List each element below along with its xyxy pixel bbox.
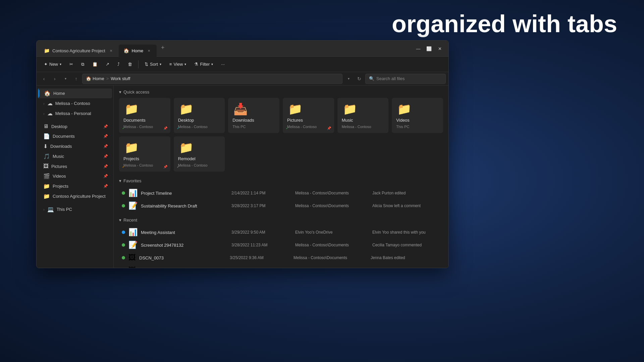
sidebar-item-music[interactable]: 🎵 Music 📌 [38, 152, 112, 161]
list-item-screenshot[interactable]: 📝 Screenshot 29478132 3/28/2022 11:23 AM… [119, 239, 443, 251]
folder-name-documents: Documents [123, 118, 146, 123]
quick-access-header[interactable]: ▾ Quick access [119, 89, 443, 95]
favorites-chevron: ▾ [119, 178, 121, 183]
main-panel: ▾ Quick access 📁 Documents Melissa - Con… [114, 85, 448, 268]
tab-contoso-close[interactable]: ✕ [108, 48, 114, 54]
list-item-dscn-0073[interactable]: 🖼 DSCN_0073 3/25/2022 9:36 AM Melissa - … [119, 251, 443, 264]
folder-card-videos[interactable]: 📁 Videos This PC [392, 98, 443, 133]
tab-contoso-label: Contoso Agriculture Project [52, 48, 105, 53]
sidebar-item-this-pc[interactable]: › 💻 This PC [38, 204, 112, 214]
new-button[interactable]: ✦ New ▾ [41, 60, 65, 68]
item-date-sustainability: 3/28/2022 3:17 PM [231, 203, 292, 208]
folder-sub-remodel: Melissa - Contoso [178, 163, 208, 167]
sidebar-desktop-label: Desktop [51, 124, 101, 129]
sort-button[interactable]: ⇅ Sort ▾ [141, 60, 165, 68]
more-button[interactable]: ··· [218, 60, 228, 68]
sidebar-item-contoso-agri[interactable]: 📁 Contoso Agriculture Project [38, 191, 112, 201]
sync-icon-remodel: ✓ [177, 165, 179, 169]
quick-access-section: ▾ Quick access 📁 Documents Melissa - Con… [119, 89, 443, 172]
sidebar-item-pictures[interactable]: 🖼 Pictures 📌 [38, 162, 112, 171]
quick-access-chevron: ▾ [119, 89, 121, 95]
sidebar-videos-label: Videos [53, 174, 101, 179]
item-name-sustainability: Sustainability Research Draft [141, 203, 228, 208]
item-name-meeting: Meeting Assistant [141, 230, 228, 235]
sidebar-item-home[interactable]: 🏠 Home [38, 88, 112, 98]
sidebar-music-label: Music [53, 154, 101, 159]
item-activity-timeline: Jack Purton edited [372, 191, 440, 195]
address-bar: ‹ › ▾ ↑ 🏠 Home > Work stuff ▾ ↻ 🔍 Search… [37, 72, 448, 85]
folder-card-desktop[interactable]: 📁 Desktop Melissa - Contoso ✓ [174, 98, 225, 133]
refresh-button[interactable]: ↻ [355, 74, 364, 83]
list-item-sustainability[interactable]: 📝 Sustainability Research Draft 3/28/202… [119, 199, 443, 212]
recent-paths-button[interactable]: ▾ [61, 74, 70, 83]
recent-label: Recent [123, 218, 137, 223]
recent-header[interactable]: ▾ Recent [119, 218, 443, 223]
folder-card-projects[interactable]: 📁 Projects Melissa - Contoso ✓ 📌 [119, 136, 170, 172]
sort-chevron-icon: ▾ [160, 62, 161, 66]
sidebar-item-documents[interactable]: 📄 Documents 📌 [38, 131, 112, 141]
paste-button[interactable]: 📋 [89, 60, 101, 68]
filter-button[interactable]: ⚗ Filter ▾ [191, 60, 216, 68]
up-button[interactable]: ↑ [71, 74, 81, 83]
tab-contoso[interactable]: 📁 Contoso Agriculture Project ✕ [39, 45, 119, 57]
folder-name-remodel: Remodel [178, 156, 196, 161]
pin-icon-videos: 📌 [103, 174, 108, 178]
sidebar-item-videos[interactable]: 🎬 Videos 📌 [38, 171, 112, 181]
cut-button[interactable]: ✂ [66, 60, 76, 68]
cloud-icon-2: ☁ [47, 110, 53, 117]
maximize-button[interactable]: ⬜ [424, 44, 434, 53]
filter-chevron-icon: ▾ [211, 62, 213, 66]
folder-card-downloads[interactable]: 📥 Downloads This PC [228, 98, 279, 133]
close-button[interactable]: ✕ [435, 44, 444, 53]
item-activity-sustainability: Alicia Snow left a comment [372, 203, 440, 208]
folder-card-remodel[interactable]: 📁 Remodel Melissa - Contoso ✓ [174, 136, 225, 172]
music-icon: 🎵 [43, 153, 50, 160]
sidebar-item-desktop[interactable]: 🖥 Desktop 📌 [38, 122, 112, 131]
forward-button[interactable]: › [50, 74, 59, 83]
favorites-header[interactable]: ▾ Favorites [119, 178, 443, 183]
sidebar-item-melissa-personal[interactable]: › ☁ Melissa - Personal [38, 109, 112, 118]
contoso-agri-icon: 📁 [43, 193, 50, 199]
folder-card-documents[interactable]: 📁 Documents Melissa - Contoso ✓ 📌 [119, 98, 170, 133]
folder-name-desktop: Desktop [178, 118, 194, 123]
folder-icon-music: 📁 [342, 102, 358, 116]
tab-add-button[interactable]: + [158, 43, 167, 53]
share-button[interactable]: ↗ [102, 60, 113, 68]
breadcrumb-sep1: > [106, 76, 109, 81]
view-button[interactable]: ≡ View ▾ [166, 60, 190, 68]
folder-card-music[interactable]: 📁 Music Melissa - Contoso [337, 98, 389, 133]
folder-card-pictures[interactable]: 📁 Pictures Melissa - Contoso ✓ 📌 [283, 98, 334, 133]
copy-button[interactable]: ⧉ [78, 60, 88, 69]
search-box[interactable]: 🔍 Search all files [365, 74, 446, 84]
sidebar-item-melissa-contoso[interactable]: › ☁ Melissa - Contoso [38, 99, 112, 108]
pin-badge-pictures: 📌 [327, 126, 331, 130]
item-location-meeting: Elvin Yoo's OneDrive [295, 230, 369, 235]
favorites-label: Favorites [123, 178, 141, 183]
back-button[interactable]: ‹ [39, 74, 49, 83]
item-name-screenshot: Screenshot 29478132 [141, 243, 228, 248]
sync-icon-pictures: ✓ [286, 126, 288, 130]
sync-icon-desktop: ✓ [177, 126, 179, 130]
tab-home[interactable]: 🏠 Home ✕ [119, 45, 157, 57]
folder-name-music: Music [342, 118, 353, 123]
breadcrumb-home: Home [93, 76, 104, 81]
sidebar-item-downloads[interactable]: ⬇ Downloads 📌 [38, 141, 112, 151]
address-dropdown-button[interactable]: ▾ [344, 74, 353, 83]
folder-sub-projects: Melissa - Contoso [123, 163, 153, 167]
item-date-meeting: 3/29/2022 9:50 AM [231, 230, 292, 235]
sidebar-item-projects[interactable]: 📁 Projects 📌 [38, 181, 112, 191]
breadcrumb[interactable]: 🏠 Home > Work stuff [82, 74, 342, 84]
nav2-button[interactable]: ⤴ [114, 60, 123, 68]
list-item-project-timeline[interactable]: 📊 Project Timeline 2/14/2022 1:14 PM Mel… [119, 187, 443, 199]
tab-home-close[interactable]: ✕ [146, 48, 152, 54]
list-item-meeting-assistant[interactable]: 📊 Meeting Assistant 3/29/2022 9:50 AM El… [119, 226, 443, 239]
delete-button[interactable]: 🗑 [124, 60, 136, 68]
sync-icon-documents: ✓ [122, 126, 125, 130]
sidebar-home-label: Home [53, 91, 108, 96]
minimize-button[interactable]: — [414, 44, 423, 53]
item-location-dscn73: Melissa - Contoso\Documents [293, 255, 367, 260]
list-item-dscn-0072[interactable]: 🖼 DSCN_0072 3/17/2022 1:27 PM Rick Hartn… [119, 264, 443, 268]
search-placeholder: Search all files [376, 76, 405, 81]
search-icon: 🔍 [369, 76, 374, 81]
folder-icon-videos: 📁 [396, 102, 412, 116]
